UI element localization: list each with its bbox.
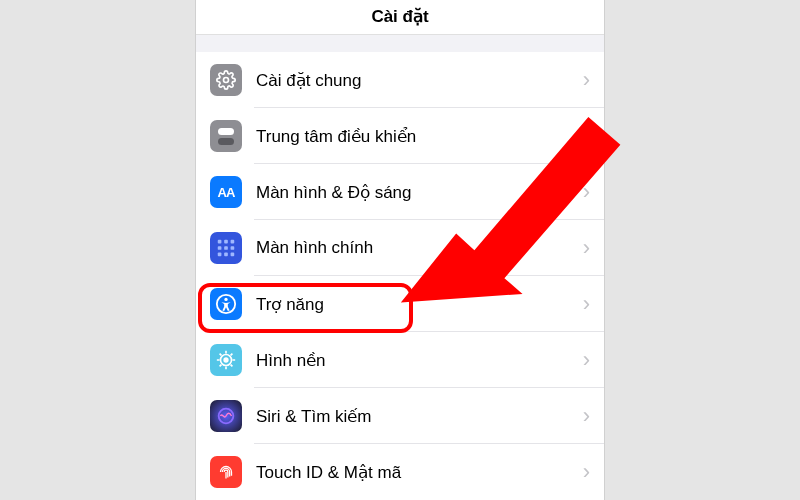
row-label: Màn hình chính bbox=[256, 238, 583, 258]
chevron-right-icon: › bbox=[583, 181, 590, 203]
gear-icon bbox=[210, 64, 242, 96]
row-display[interactable]: AA Màn hình & Độ sáng › bbox=[196, 164, 604, 220]
row-control-center[interactable]: Trung tâm điều khiển › bbox=[196, 108, 604, 164]
svg-rect-3 bbox=[231, 240, 235, 244]
svg-rect-7 bbox=[218, 253, 222, 257]
row-wallpaper[interactable]: Hình nền › bbox=[196, 332, 604, 388]
row-label: Màn hình & Độ sáng bbox=[256, 182, 583, 203]
chevron-right-icon: › bbox=[583, 405, 590, 427]
settings-screen: Cài đặt Cài đặt chung › Trung tâm điều k… bbox=[195, 0, 605, 500]
header-bar: Cài đặt bbox=[196, 0, 604, 35]
row-siri[interactable]: Siri & Tìm kiếm › bbox=[196, 388, 604, 444]
page-title: Cài đặt bbox=[371, 6, 428, 27]
accessibility-icon bbox=[210, 288, 242, 320]
svg-point-0 bbox=[224, 78, 229, 83]
svg-rect-5 bbox=[224, 246, 228, 250]
row-touchid[interactable]: Touch ID & Mật mã › bbox=[196, 444, 604, 500]
chevron-right-icon: › bbox=[583, 237, 590, 259]
chevron-right-icon: › bbox=[583, 461, 590, 483]
home-screen-icon bbox=[210, 232, 242, 264]
row-label: Siri & Tìm kiếm bbox=[256, 406, 583, 427]
svg-rect-9 bbox=[231, 253, 235, 257]
control-center-icon bbox=[210, 120, 242, 152]
svg-rect-8 bbox=[224, 253, 228, 257]
svg-rect-6 bbox=[231, 246, 235, 250]
fingerprint-icon bbox=[210, 456, 242, 488]
row-label: Touch ID & Mật mã bbox=[256, 462, 583, 483]
display-brightness-icon: AA bbox=[210, 176, 242, 208]
wallpaper-icon bbox=[210, 344, 242, 376]
row-label: Trung tâm điều khiển bbox=[256, 126, 583, 147]
chevron-right-icon: › bbox=[583, 349, 590, 371]
chevron-right-icon: › bbox=[583, 293, 590, 315]
svg-rect-2 bbox=[224, 240, 228, 244]
svg-point-13 bbox=[224, 358, 228, 362]
chevron-right-icon: › bbox=[583, 69, 590, 91]
svg-point-11 bbox=[224, 298, 227, 301]
settings-list: Cài đặt chung › Trung tâm điều khiển › A… bbox=[196, 52, 604, 500]
svg-rect-4 bbox=[218, 246, 222, 250]
row-label: Cài đặt chung bbox=[256, 70, 583, 91]
row-home-screen[interactable]: Màn hình chính › bbox=[196, 220, 604, 276]
section-gap bbox=[196, 35, 604, 52]
siri-icon bbox=[210, 400, 242, 432]
svg-rect-1 bbox=[218, 240, 222, 244]
row-label: Hình nền bbox=[256, 350, 583, 371]
row-accessibility[interactable]: Trợ năng › bbox=[196, 276, 604, 332]
chevron-right-icon: › bbox=[583, 125, 590, 147]
row-general[interactable]: Cài đặt chung › bbox=[196, 52, 604, 108]
row-label: Trợ năng bbox=[256, 294, 583, 315]
